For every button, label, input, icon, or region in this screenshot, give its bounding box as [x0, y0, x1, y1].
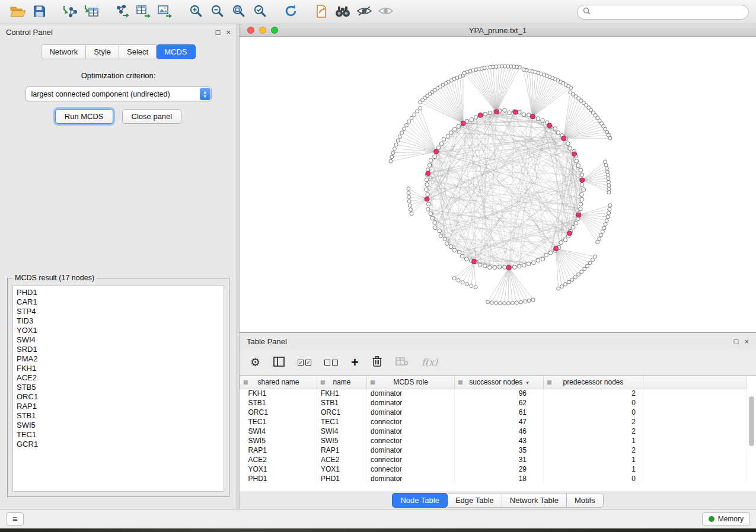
table-cell[interactable]: ACE2	[240, 455, 317, 464]
tab-node-table[interactable]: Node Table	[392, 493, 448, 508]
table-cell[interactable]: ACE2	[317, 455, 367, 464]
table-cell[interactable]: 61	[455, 408, 544, 417]
tab-motifs[interactable]: Motifs	[567, 493, 604, 508]
column-header[interactable]: ▦successor nodes▾	[455, 376, 544, 389]
window-minimize-traffic-light[interactable]	[259, 27, 266, 34]
memory-button[interactable]: Memory	[702, 512, 750, 525]
show-graphics-details-button[interactable]	[353, 2, 375, 22]
table-cell[interactable]: YOX1	[317, 464, 367, 474]
table-cell[interactable]: 1	[544, 464, 643, 474]
table-cell[interactable]: dominator	[367, 389, 455, 398]
mcds-result-item[interactable]: STB1	[17, 411, 220, 421]
function-builder-button[interactable]: f(x)	[422, 357, 438, 368]
table-cell[interactable]: TEC1	[317, 417, 367, 427]
delete-table-button[interactable]	[395, 357, 409, 368]
delete-column-button[interactable]	[372, 355, 382, 369]
table-cell[interactable]: 96	[455, 389, 544, 398]
mcds-result-item[interactable]: PHD1	[17, 288, 220, 297]
mcds-result-item[interactable]: RAP1	[17, 402, 220, 411]
tab-style[interactable]: Style	[86, 44, 119, 59]
float-table-panel-icon[interactable]: □	[734, 338, 739, 345]
table-cell[interactable]: SWI4	[240, 427, 317, 436]
zoom-fit-button[interactable]	[228, 2, 249, 22]
mcds-result-item[interactable]: STB5	[17, 383, 220, 392]
refresh-layout-button[interactable]	[280, 2, 301, 22]
mcds-result-item[interactable]: STP4	[17, 307, 220, 316]
mcds-result-item[interactable]: CAR1	[17, 297, 220, 307]
table-cell[interactable]: 46	[455, 427, 544, 436]
criterion-select[interactable]: largest connected component (undirected)…	[25, 86, 212, 101]
table-cell[interactable]: FKH1	[240, 389, 317, 398]
table-row[interactable]: YOX1YOX1connector291	[240, 464, 747, 474]
export-network-button[interactable]	[111, 2, 133, 22]
table-cell[interactable]: SWI5	[317, 436, 367, 446]
table-cell[interactable]: RAP1	[240, 446, 317, 455]
select-all-rows-button[interactable]: ✓✓	[298, 360, 311, 366]
tab-network-table[interactable]: Network Table	[502, 493, 567, 508]
table-cell[interactable]: 29	[455, 464, 544, 474]
table-cell[interactable]: 1	[544, 455, 643, 464]
table-cell[interactable]: FKH1	[317, 389, 367, 398]
deselect-all-rows-button[interactable]: ✓✓	[324, 360, 338, 366]
zoom-selected-button[interactable]	[249, 2, 270, 22]
tab-network[interactable]: Network	[41, 44, 86, 59]
table-cell[interactable]: connector	[367, 436, 455, 446]
zoom-out-button[interactable]	[206, 2, 228, 22]
hide-graphics-details-button[interactable]	[375, 2, 396, 22]
table-cell[interactable]: PHD1	[317, 474, 367, 483]
close-panel-button[interactable]: Close panel	[122, 109, 182, 124]
table-cell[interactable]: connector	[367, 455, 455, 464]
mcds-result-item[interactable]: ACE2	[17, 373, 220, 383]
global-search-box[interactable]	[577, 5, 749, 20]
table-row[interactable]: RAP1RAP1dominator352	[240, 446, 747, 455]
table-cell[interactable]: STB1	[317, 398, 367, 408]
table-options-button[interactable]: ⚙	[250, 355, 260, 369]
clone-network-button[interactable]	[311, 2, 332, 22]
table-cell[interactable]: 0	[544, 408, 643, 417]
save-session-button[interactable]	[28, 2, 50, 22]
table-cell[interactable]: 47	[455, 417, 544, 427]
mcds-result-list[interactable]: PHD1CAR1STP4TID3YOX1SWI4SRD1PMA2FKH1ACE2…	[12, 286, 224, 492]
table-cell[interactable]: dominator	[367, 474, 455, 483]
column-header[interactable]: ▦predecessor nodes	[544, 376, 643, 389]
run-mcds-button[interactable]: Run MCDS	[55, 109, 113, 124]
mcds-result-item[interactable]: TEC1	[17, 430, 220, 440]
table-row[interactable]: SWI4SWI4dominator462	[240, 427, 747, 436]
table-cell[interactable]: dominator	[367, 408, 455, 417]
table-row[interactable]: ORC1ORC1dominator610	[240, 408, 747, 417]
mcds-result-item[interactable]: YOX1	[17, 326, 220, 335]
table-row[interactable]: ACE2ACE2connector311	[240, 455, 747, 464]
table-cell[interactable]: RAP1	[317, 446, 367, 455]
mcds-result-item[interactable]: SRD1	[17, 345, 220, 354]
mcds-result-item[interactable]: GCR1	[17, 440, 220, 449]
table-cell[interactable]: dominator	[367, 398, 455, 408]
table-cell[interactable]: 2	[544, 389, 643, 398]
table-row[interactable]: TEC1TEC1connector472	[240, 417, 747, 427]
window-close-traffic-light[interactable]	[247, 27, 254, 34]
export-image-button[interactable]	[154, 2, 176, 22]
table-cell[interactable]: SWI5	[240, 436, 317, 446]
tab-edge-table[interactable]: Edge Table	[448, 493, 502, 508]
table-scrollbar-thumb[interactable]	[749, 396, 754, 446]
table-cell[interactable]: 0	[544, 398, 643, 408]
toggle-panel-button[interactable]	[273, 357, 285, 368]
table-row[interactable]: FKH1FKH1dominator962	[240, 389, 747, 398]
table-row[interactable]: STB1STB1dominator620	[240, 398, 747, 408]
tab-select[interactable]: Select	[119, 44, 157, 59]
table-cell[interactable]: ORC1	[317, 408, 367, 417]
mcds-result-item[interactable]: SWI4	[17, 335, 220, 345]
table-cell[interactable]: PHD1	[240, 474, 317, 483]
export-table-button[interactable]	[133, 2, 154, 22]
column-header[interactable]: ▦shared name	[240, 376, 317, 389]
network-canvas[interactable]	[240, 37, 756, 332]
import-network-button[interactable]	[59, 2, 81, 22]
float-panel-icon[interactable]: □	[216, 28, 221, 36]
table-cell[interactable]: TEC1	[240, 417, 317, 427]
import-table-button[interactable]	[81, 2, 102, 22]
close-table-panel-icon[interactable]: ×	[744, 338, 749, 345]
table-cell[interactable]: STB1	[240, 398, 317, 408]
table-cell[interactable]: 2	[544, 446, 643, 455]
show-panels-button[interactable]: ≡	[6, 512, 24, 525]
table-cell[interactable]: ORC1	[240, 408, 317, 417]
table-cell[interactable]: 0	[544, 474, 643, 483]
